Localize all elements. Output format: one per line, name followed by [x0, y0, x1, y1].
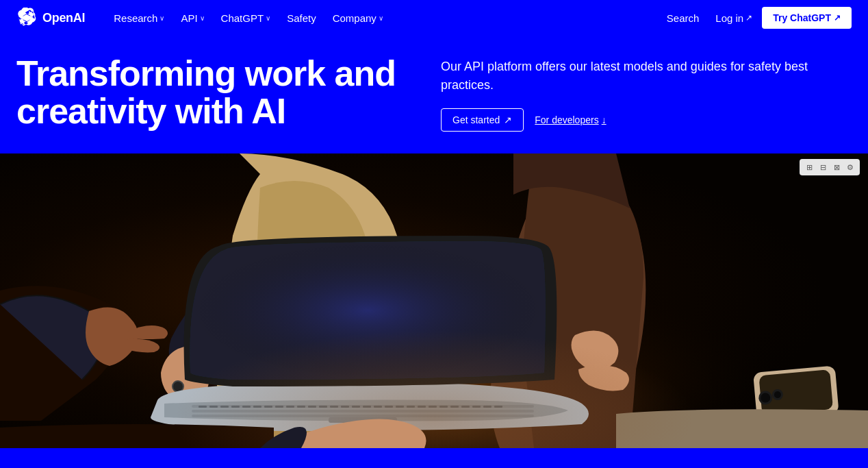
toolbar-icon-settings[interactable]: ⚙ — [844, 161, 856, 173]
openai-logo-text: OpenAI — [42, 11, 85, 25]
toolbar-icon-2[interactable]: ⊟ — [817, 161, 829, 173]
hero-right: Our API platform offers our latest model… — [441, 55, 852, 132]
chatgpt-chevron-icon: ∨ — [266, 14, 270, 22]
hero-section: Transforming work and creativity with AI… — [0, 36, 868, 153]
nav-item-research[interactable]: Research ∨ — [107, 8, 171, 28]
hero-description: Our API platform offers our latest model… — [441, 58, 852, 95]
nav-item-safety[interactable]: Safety — [280, 8, 323, 28]
openai-logo[interactable]: OpenAI — [16, 8, 85, 28]
svg-rect-45 — [0, 153, 868, 448]
openai-logo-icon — [16, 8, 37, 28]
get-started-button[interactable]: Get started ↗ — [441, 108, 524, 132]
nav-item-api[interactable]: API ∨ — [174, 8, 211, 28]
hero-heading: Transforming work and creativity with AI — [16, 55, 427, 130]
nav-item-chatgpt[interactable]: ChatGPT ∨ — [214, 8, 278, 28]
hero-image-section: ⊞ ⊟ ⊠ ⚙ — [0, 153, 868, 448]
toolbar-icon-1[interactable]: ⊞ — [803, 161, 815, 173]
hero-buttons: Get started ↗ For developers ↓ — [441, 108, 852, 132]
hero-image — [0, 153, 868, 448]
hero-left: Transforming work and creativity with AI — [16, 55, 427, 132]
hero-scene-svg — [0, 153, 868, 448]
research-chevron-icon: ∨ — [159, 14, 164, 22]
nav-actions: Search Log in ↗ Try ChatGPT ↗ — [660, 7, 852, 29]
search-button[interactable]: Search — [660, 8, 706, 28]
try-chatgpt-button[interactable]: Try ChatGPT ↗ — [762, 7, 852, 29]
nav-item-company[interactable]: Company ∨ — [326, 8, 390, 28]
for-developers-button[interactable]: For developers ↓ — [535, 114, 606, 125]
toolbar-icon-3[interactable]: ⊠ — [830, 161, 843, 173]
api-chevron-icon: ∨ — [200, 14, 205, 22]
image-toolbar: ⊞ ⊟ ⊠ ⚙ — [800, 159, 860, 175]
company-chevron-icon: ∨ — [379, 14, 383, 22]
main-navigation: OpenAI Research ∨ API ∨ ChatGPT ∨ Safety… — [0, 0, 868, 36]
login-button[interactable]: Log in ↗ — [709, 8, 759, 28]
nav-links: Research ∨ API ∨ ChatGPT ∨ Safety Compan… — [107, 8, 660, 28]
